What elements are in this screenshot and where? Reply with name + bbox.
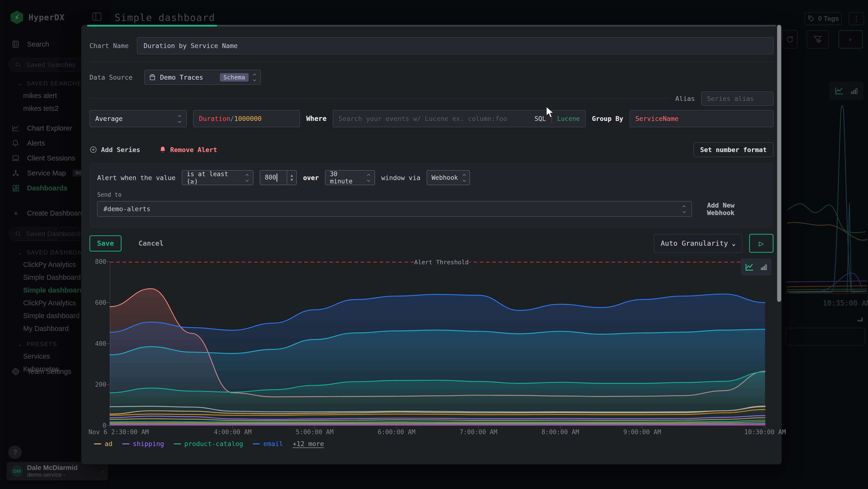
x-axis-tick-label: 9:00:00 AM <box>623 428 661 436</box>
save-button[interactable]: Save <box>89 235 122 252</box>
x-axis-tick-label: 7:00:00 AM <box>460 428 497 436</box>
divider <box>89 98 669 99</box>
cancel-button[interactable]: Cancel <box>138 239 164 248</box>
webhook-select[interactable]: #demo-alerts ⌃⌄ <box>97 201 692 217</box>
svg-text:Alert Threshold: Alert Threshold <box>414 259 469 266</box>
line-chart-icon <box>745 262 754 272</box>
send-to-label: Send to <box>97 192 766 198</box>
text-caret <box>277 174 277 182</box>
group-by-input[interactable]: ServiceName <box>629 110 774 127</box>
chart-legend: ad shipping product-catalog email+12 mor… <box>94 440 324 448</box>
alert-prefix-label: Alert when the value <box>97 174 176 181</box>
line-chart-plot[interactable]: Alert Threshold <box>110 262 765 426</box>
alias-input[interactable]: Series alias <box>701 91 774 106</box>
data-source-label: Data Source <box>89 74 133 81</box>
chevron-down-icon: ⌄ <box>732 240 736 247</box>
alert-condition-select[interactable]: is at least (≥) ⌃⌄ <box>182 170 253 185</box>
number-spinner[interactable]: ▲▼ <box>287 171 296 185</box>
alert-threshold-input[interactable]: 800 ▲▼ <box>260 170 297 185</box>
window-via-label: window via <box>381 174 421 181</box>
legend-swatch <box>122 443 129 444</box>
where-label: Where <box>306 115 327 123</box>
select-chevrons-icon: ⌃⌄ <box>245 174 249 181</box>
legend-swatch <box>253 443 260 444</box>
y-axis-tick-label: 800 <box>89 258 106 265</box>
granularity-select[interactable]: Auto Granularity ⌄ <box>654 234 742 253</box>
alert-window-select[interactable]: 30 minute ⌃⌄ <box>325 170 375 185</box>
legend-item[interactable]: email <box>253 440 283 448</box>
add-series-button[interactable]: Add Series <box>89 146 140 153</box>
y-axis-tick-label: 600 <box>89 299 106 306</box>
chart-name-input[interactable]: Duration by Service Name <box>137 37 774 54</box>
field-expression-input[interactable]: Duration/1000000 <box>193 110 300 127</box>
modal-scrollbar[interactable] <box>777 25 782 464</box>
legend-swatch <box>174 443 181 444</box>
alert-channel-select[interactable]: Webhook ⌃⌄ <box>427 170 470 185</box>
chart-type-toggle[interactable] <box>741 258 772 276</box>
select-chevrons-icon: ⌃⌄ <box>177 116 182 122</box>
y-axis-tick-label: 0 <box>89 422 106 429</box>
select-chevrons-icon: ⌃⌄ <box>252 74 257 80</box>
over-label: over <box>303 174 319 181</box>
add-new-webhook-button[interactable]: Add New Webhook <box>707 202 766 217</box>
screen: ⚡ HyperDX Search Saved Searches ⌄ SAVED … <box>0 0 868 489</box>
preview-run-button[interactable]: ▷ <box>749 234 774 253</box>
bell-icon <box>159 146 166 153</box>
bar-chart-icon <box>760 263 768 271</box>
mouse-cursor <box>546 106 556 119</box>
lucene-mode-button[interactable]: Lucene <box>557 115 580 122</box>
legend-item[interactable]: product-catalog <box>174 440 243 448</box>
x-axis-tick-label: 6:00:00 AM <box>378 428 415 436</box>
sql-mode-button[interactable]: SQL <box>534 115 546 122</box>
legend-more-button[interactable]: +12 more <box>293 440 324 448</box>
x-axis-tick-label: 8:00:00 AM <box>541 428 579 436</box>
y-axis-tick-label: 400 <box>89 340 106 347</box>
set-number-format-button[interactable]: Set number format <box>693 142 774 157</box>
data-source-select[interactable]: Demo Traces Schema ⌃⌄ <box>144 70 261 85</box>
legend-swatch <box>94 443 101 444</box>
select-chevrons-icon: ⌃⌄ <box>366 174 371 181</box>
alias-label: Alias <box>675 95 695 102</box>
chart-area: Alert Threshold 0200400600800Nov 6 2:30:… <box>89 254 774 458</box>
x-axis-tick-label: 4:00:00 AM <box>214 428 252 436</box>
legend-item[interactable]: ad <box>94 440 113 448</box>
edit-chart-modal: Chart Name Duration by Service Name Data… <box>81 25 782 464</box>
scrollbar-thumb[interactable] <box>777 25 781 302</box>
plus-circle-icon <box>89 146 97 153</box>
remove-alert-button[interactable]: Remove Alert <box>159 146 217 153</box>
legend-item[interactable]: shipping <box>122 440 164 448</box>
chart-name-label: Chart Name <box>89 42 129 50</box>
aggregation-select[interactable]: Average ⌃⌄ <box>89 110 187 127</box>
progress-bar <box>87 25 776 27</box>
select-chevrons-icon: ⌃⌄ <box>462 174 467 181</box>
database-icon <box>149 74 156 81</box>
x-axis-tick-label: Nov 6 2:30:00 AM <box>89 428 149 436</box>
x-axis-tick-label: 5:00:00 AM <box>296 428 334 436</box>
y-axis-tick-label: 200 <box>89 381 106 388</box>
alert-settings-panel: Alert when the value is at least (≥) ⌃⌄ … <box>89 163 774 228</box>
select-chevrons-icon: ⌃⌄ <box>682 206 687 212</box>
group-by-label: Group By <box>592 115 623 122</box>
schema-badge: Schema <box>220 73 248 82</box>
